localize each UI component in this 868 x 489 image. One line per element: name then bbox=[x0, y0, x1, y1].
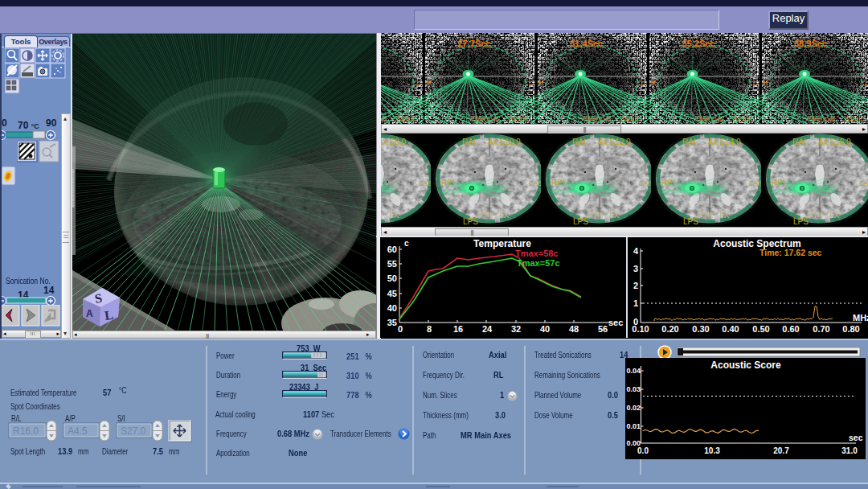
svg-text:45: 45 bbox=[387, 289, 397, 298]
svg-text:0.50: 0.50 bbox=[752, 324, 769, 334]
svg-text:Acoustic Score: Acoustic Score bbox=[710, 360, 781, 371]
svg-text:sec: sec bbox=[849, 433, 863, 442]
svg-text:35.2Sec: 35.2Sec bbox=[682, 39, 715, 48]
svg-text:0.60: 0.60 bbox=[782, 324, 799, 334]
svg-text:S23.0: S23.0 bbox=[845, 114, 865, 123]
svg-text:50: 50 bbox=[387, 273, 397, 283]
svg-text:20.7: 20.7 bbox=[773, 446, 789, 455]
svg-text:RPI: RPI bbox=[772, 179, 785, 187]
svg-text:Ax S8.0: Ax S8.0 bbox=[381, 138, 406, 146]
svg-text:56: 56 bbox=[598, 324, 608, 334]
svg-text:Tmax=58c: Tmax=58c bbox=[515, 249, 559, 258]
svg-text:Ax S10.0: Ax S10.0 bbox=[488, 138, 521, 146]
svg-text:31.0: 31.0 bbox=[841, 446, 858, 455]
svg-text:LAS: LAS bbox=[859, 179, 868, 187]
svg-text:MHz: MHz bbox=[853, 313, 868, 323]
svg-text:LPS: LPS bbox=[573, 217, 588, 226]
svg-text:Temperature: Temperature bbox=[473, 238, 531, 249]
svg-text:40: 40 bbox=[540, 324, 550, 334]
svg-text:0.04: 0.04 bbox=[626, 367, 641, 375]
svg-text:16: 16 bbox=[453, 324, 463, 334]
svg-text:RAI: RAI bbox=[462, 138, 476, 146]
svg-text:A4.5: A4.5 bbox=[68, 425, 88, 437]
svg-text:RPI: RPI bbox=[661, 179, 675, 187]
svg-text:8: 8 bbox=[427, 324, 432, 334]
svg-text:0.10: 0.10 bbox=[632, 324, 649, 334]
svg-text:Tmax=57c: Tmax=57c bbox=[517, 258, 560, 268]
svg-text:LPS: LPS bbox=[683, 217, 698, 226]
svg-text:0.80: 0.80 bbox=[842, 324, 859, 334]
svg-text:60: 60 bbox=[387, 244, 397, 254]
svg-text:R: R bbox=[763, 78, 768, 87]
svg-text:Pre-Tx: Pre-Tx bbox=[587, 208, 620, 220]
svg-text:LPS: LPS bbox=[793, 217, 809, 226]
svg-text:4: 4 bbox=[633, 246, 639, 256]
svg-text:A: A bbox=[86, 308, 93, 319]
svg-text:L: L bbox=[641, 78, 645, 87]
svg-text:L: L bbox=[416, 78, 421, 87]
svg-text:38.9Sec: 38.9Sec bbox=[794, 39, 827, 48]
svg-text:R16.0: R16.0 bbox=[13, 425, 39, 437]
svg-text:Ax S16.0: Ax S16.0 bbox=[818, 138, 851, 146]
svg-text:35: 35 bbox=[387, 318, 397, 327]
svg-text:31.4Sec: 31.4Sec bbox=[570, 39, 603, 48]
svg-text:Pre-Tx: Pre-Tx bbox=[477, 208, 510, 220]
svg-text:c: c bbox=[404, 239, 409, 248]
svg-text:L: L bbox=[753, 78, 758, 87]
svg-text:Pre-Tx: Pre-Tx bbox=[697, 208, 730, 220]
svg-text:0.40: 0.40 bbox=[722, 324, 739, 334]
svg-text:0.01: 0.01 bbox=[626, 422, 641, 430]
svg-text:RAI: RAI bbox=[682, 138, 696, 146]
svg-text:R: R bbox=[651, 78, 657, 87]
svg-text:2: 2 bbox=[633, 281, 638, 290]
svg-text:0.70: 0.70 bbox=[813, 324, 829, 334]
svg-text:0.0: 0.0 bbox=[637, 446, 649, 455]
svg-text:0.02: 0.02 bbox=[626, 404, 641, 412]
svg-text:RPI: RPI bbox=[551, 179, 565, 187]
svg-text:Pre-Tx: Pre-Tx bbox=[381, 208, 399, 220]
svg-text:10.3: 10.3 bbox=[704, 446, 720, 455]
svg-text:48: 48 bbox=[569, 324, 579, 334]
svg-text:Ax S14.0: Ax S14.0 bbox=[708, 138, 741, 146]
svg-text:sec: sec bbox=[608, 318, 623, 327]
svg-text:R: R bbox=[538, 78, 544, 87]
svg-text:RPI: RPI bbox=[441, 179, 455, 187]
svg-text:Thermal: Thermal bbox=[807, 114, 835, 123]
svg-text:24: 24 bbox=[482, 324, 493, 334]
svg-text:55: 55 bbox=[387, 259, 397, 269]
svg-text:27.7Sec: 27.7Sec bbox=[458, 39, 491, 48]
svg-text:0.03: 0.03 bbox=[626, 385, 641, 393]
svg-text:Ax S12.0: Ax S12.0 bbox=[598, 138, 631, 146]
svg-text:RAI: RAI bbox=[792, 138, 806, 146]
svg-text:RAI: RAI bbox=[572, 138, 586, 146]
svg-text:3: 3 bbox=[633, 264, 638, 273]
svg-text:L: L bbox=[529, 78, 534, 87]
svg-text:S27.0: S27.0 bbox=[121, 425, 146, 437]
svg-text:Time: 17.62 sec: Time: 17.62 sec bbox=[760, 248, 822, 257]
svg-text:0.20: 0.20 bbox=[661, 324, 678, 334]
svg-text:0.30: 0.30 bbox=[692, 324, 709, 334]
svg-text:40: 40 bbox=[387, 303, 397, 313]
svg-text:32: 32 bbox=[511, 324, 521, 334]
svg-text:Pre-Tx: Pre-Tx bbox=[807, 208, 840, 220]
svg-text:1: 1 bbox=[633, 298, 638, 308]
svg-text:L: L bbox=[865, 78, 868, 87]
svg-text:LPS: LPS bbox=[463, 217, 478, 226]
svg-text:0: 0 bbox=[398, 324, 403, 334]
svg-text:R: R bbox=[427, 78, 432, 87]
